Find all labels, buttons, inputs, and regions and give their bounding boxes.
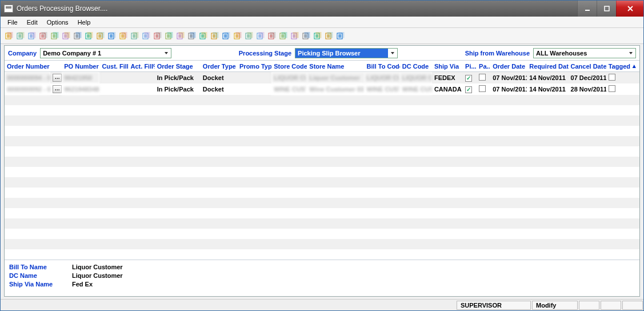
pi-checkbox[interactable]: [465, 86, 472, 93]
col-cancel-date[interactable]: Cancel Date: [569, 61, 606, 72]
scroll-up-icon[interactable]: ▴: [630, 61, 639, 72]
table-row[interactable]: 0000000094 - 01…98421950In Pick/PackDock…: [5, 72, 639, 84]
col-cust-fill[interactable]: Cust. Fill%: [99, 61, 128, 72]
cell-order-stage: In Pick/Pack: [155, 72, 201, 84]
table-row: [5, 198, 639, 208]
tagged-checkbox[interactable]: [609, 74, 615, 81]
cell-pi: [463, 83, 477, 95]
minimize-button[interactable]: [577, 1, 597, 17]
filter2-icon[interactable]: [84, 31, 94, 41]
col-order-date[interactable]: Order Date: [490, 61, 527, 72]
doc-page-icon[interactable]: [290, 31, 300, 41]
pi-checkbox[interactable]: [465, 75, 472, 82]
cell-cust-fill: [99, 83, 128, 95]
go-back-icon[interactable]: [95, 31, 106, 41]
doc-detail-icon[interactable]: [278, 31, 289, 41]
doc-lines-icon[interactable]: [301, 31, 311, 41]
cell-ship-via: CANADA I: [432, 83, 463, 95]
chevron-down-icon: [388, 50, 397, 57]
cell-bill-to-code: LIQUOR CUS: [365, 72, 400, 84]
go-forward-icon[interactable]: [107, 31, 117, 41]
col-store-code[interactable]: Store Code: [271, 61, 307, 72]
docs-icon[interactable]: [15, 31, 26, 41]
pa-checkbox[interactable]: [479, 85, 486, 92]
refresh-red-icon[interactable]: [130, 31, 140, 41]
menu-edit[interactable]: Edit: [22, 18, 42, 27]
filter1-icon[interactable]: [73, 31, 83, 41]
col-order-type[interactable]: Order Type: [201, 61, 237, 72]
doc-check-icon[interactable]: [210, 31, 220, 41]
cell-dc-code: WINE CUSTO: [400, 83, 432, 95]
col-required-date[interactable]: Required Date: [527, 61, 568, 72]
col-pi[interactable]: Pi...: [463, 61, 477, 72]
find-icon[interactable]: [187, 31, 197, 41]
ship-via-name-value: Fed Ex: [72, 281, 635, 288]
cell-promo-type: [237, 83, 271, 95]
import-icon[interactable]: [255, 31, 266, 41]
close-button[interactable]: [616, 1, 643, 17]
col-ship-via[interactable]: Ship Via: [432, 61, 463, 72]
stop-icon[interactable]: [141, 31, 151, 41]
window-buttons: [577, 1, 643, 17]
col-bill-to-code[interactable]: Bill To Code: [365, 61, 400, 72]
col-store-name[interactable]: Store Name: [307, 61, 364, 72]
cell-pa: [477, 83, 490, 95]
tag-icon[interactable]: [324, 31, 334, 41]
col-action[interactable]: [50, 61, 62, 72]
doc-grid-icon[interactable]: [313, 31, 323, 41]
maximize-button[interactable]: [597, 1, 616, 17]
copy-icon[interactable]: [27, 31, 37, 41]
pencil-icon[interactable]: [4, 31, 14, 41]
processing-stage-dropdown[interactable]: Picking Slip Browser: [295, 48, 398, 58]
table-row: [5, 177, 639, 188]
row-action-button[interactable]: …: [53, 85, 62, 93]
window-title: Orders Processing Browser....: [17, 5, 577, 13]
flag-icon[interactable]: [198, 31, 209, 41]
col-tagged[interactable]: Tagged: [606, 61, 630, 72]
table-row: [5, 249, 639, 260]
menu-options[interactable]: Options: [42, 18, 73, 27]
grid-container[interactable]: Order Number PO Number Cust. Fill% Act. …: [5, 61, 639, 260]
cell-cust-fill: [99, 72, 128, 84]
chevron-down-icon: [629, 50, 633, 57]
tagged-checkbox[interactable]: [609, 85, 615, 92]
cell-required-date: 14 Nov/2011: [527, 83, 568, 95]
table-row: [5, 218, 639, 229]
send-icon[interactable]: [233, 31, 243, 41]
table-row: [5, 126, 639, 136]
col-po-number[interactable]: PO Number: [62, 61, 99, 72]
unlock-icon[interactable]: [175, 31, 186, 41]
col-order-number[interactable]: Order Number: [5, 61, 50, 72]
cell-store-code: LIQUOR CUS: [271, 72, 307, 84]
cell-order-type: Docket: [201, 72, 237, 84]
table-row: [5, 146, 639, 157]
col-pa[interactable]: Pa...: [477, 61, 490, 72]
col-act-fill[interactable]: Act. Fill%: [129, 61, 155, 72]
grid-icon[interactable]: [153, 31, 163, 41]
ship-warehouse-dropdown[interactable]: ALL Warehouses: [533, 48, 636, 58]
col-promo-type[interactable]: Promo Type: [237, 61, 271, 72]
doc-copy-icon[interactable]: [221, 31, 231, 41]
cell-order-number: 0000000092 - 01: [5, 83, 50, 95]
svg-rect-1: [605, 6, 609, 11]
refresh-green-icon[interactable]: [118, 31, 129, 41]
table-row: [5, 157, 639, 167]
table-row[interactable]: 0000000092 - 01…962194834834In Pick/Pack…: [5, 83, 639, 95]
row-action-button[interactable]: …: [53, 74, 62, 82]
menu-help[interactable]: Help: [73, 18, 95, 27]
paste-icon[interactable]: [38, 31, 49, 41]
table-icon[interactable]: [61, 31, 71, 41]
pa-checkbox[interactable]: [479, 74, 486, 81]
export-icon[interactable]: [244, 31, 254, 41]
doc-list-icon[interactable]: [267, 31, 277, 41]
table-row: [5, 229, 639, 239]
help-icon[interactable]: [335, 31, 346, 41]
company-dropdown[interactable]: Demo Company # 1: [40, 48, 171, 58]
col-dc-code[interactable]: DC Code: [400, 61, 432, 72]
checklist-icon[interactable]: [50, 31, 60, 41]
col-order-stage[interactable]: Order Stage: [155, 61, 201, 72]
titlebar[interactable]: Orders Processing Browser....: [1, 1, 643, 17]
menu-file[interactable]: File: [3, 18, 22, 27]
lock-icon[interactable]: [164, 31, 174, 41]
table-row: [5, 188, 639, 198]
